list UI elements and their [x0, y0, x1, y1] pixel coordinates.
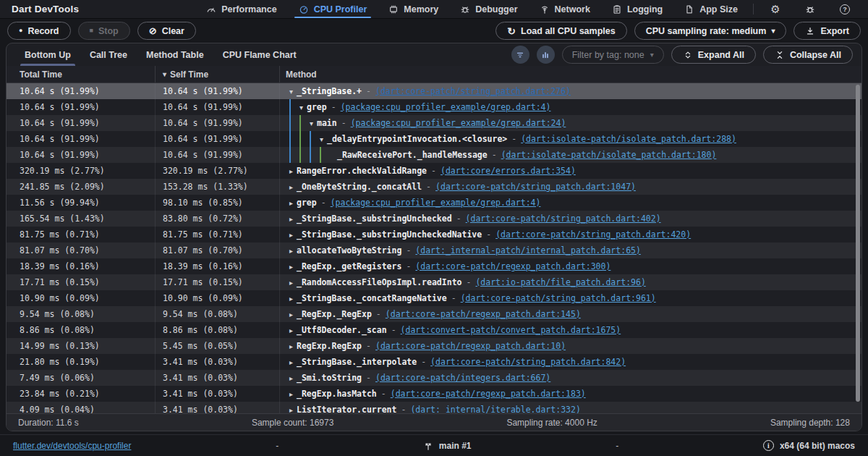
nav-tab-memory[interactable]: Memory	[378, 0, 449, 18]
display-options-button[interactable]	[511, 46, 529, 64]
collapse-caret-icon[interactable]: ▾	[306, 119, 317, 127]
source-link[interactable]: (dart:core-patch/string_patch.dart:402)	[466, 214, 661, 224]
help-button[interactable]: ?	[827, 4, 862, 14]
table-row[interactable]: 14.99 ms (0.13%)5.45 ms (0.05%)▸RegExp.R…	[7, 338, 861, 354]
table-row[interactable]: 10.64 s (91.99%)10.64 s (91.99%)_RawRece…	[7, 147, 861, 163]
source-link[interactable]: (dart:core-patch/string_patch.dart:842)	[430, 357, 626, 367]
isolate-selector[interactable]: main #1	[423, 441, 472, 451]
self-time-column-header[interactable]: ▾ Self Time	[155, 66, 279, 83]
tab-bottom-up[interactable]: Bottom Up	[15, 43, 80, 66]
expand-caret-icon[interactable]: ▸	[286, 311, 297, 318]
expand-caret-icon[interactable]: ▸	[286, 279, 297, 287]
tab-cpu-flame-chart[interactable]: CPU Flame Chart	[213, 43, 306, 66]
source-link[interactable]: (dart:convert-patch/convert_patch.dart:1…	[401, 325, 621, 335]
source-link[interactable]: (dart:_internal-patch/internal_patch.dar…	[415, 245, 641, 256]
load-all-cpu-samples-button[interactable]: ↻ Load all CPU samples	[495, 22, 626, 40]
nav-tab-network[interactable]: Network	[529, 0, 601, 18]
table-row[interactable]: 320.19 ms (2.77%)320.19 ms (2.77%)▸Range…	[7, 163, 861, 179]
source-link[interactable]: (dart:core-patch/integers.dart:667)	[375, 373, 550, 383]
tab-method-table[interactable]: Method Table	[137, 43, 213, 66]
nav-tab-cpu-profiler[interactable]: CPU Profiler	[288, 0, 378, 18]
nav-tab-app-size[interactable]: App Size	[673, 0, 749, 18]
method-column-header[interactable]: Method	[279, 66, 861, 83]
expand-caret-icon[interactable]: ▸	[286, 247, 297, 255]
table-row[interactable]: 18.39 ms (0.16%)18.39 ms (0.16%)▸_RegExp…	[7, 258, 861, 274]
source-link[interactable]: (dart:core-patch/regexp_patch.dart:145)	[386, 309, 581, 319]
method-name: grep	[307, 102, 327, 112]
source-link[interactable]: (package:cpu_profiler_example/grep.dart:…	[341, 102, 551, 112]
collapse-caret-icon[interactable]: ▾	[286, 88, 297, 96]
table-row[interactable]: 9.54 ms (0.08%)9.54 ms (0.08%)▸_RegExp._…	[7, 306, 861, 322]
collapse-caret-icon[interactable]: ▾	[296, 104, 307, 111]
table-row[interactable]: 10.64 s (91.99%)10.64 s (91.99%)▾_delayE…	[7, 131, 861, 147]
source-link[interactable]: (dart:core-patch/string_patch.dart:1047)	[435, 182, 636, 192]
clear-button[interactable]: ⊘ Clear	[137, 22, 196, 40]
table-row[interactable]: 7.49 ms (0.06%)3.41 ms (0.03%)▸_Smi.toSt…	[7, 370, 861, 386]
source-link[interactable]: (dart:_internal/iterable.dart:332)	[410, 405, 580, 413]
expand-caret-icon[interactable]: ▸	[286, 215, 297, 223]
record-button[interactable]: ● Record	[7, 22, 71, 40]
expand-all-label: Expand All	[698, 50, 744, 60]
method-separator: -	[321, 198, 326, 208]
source-link[interactable]: (dart:core-patch/regexp_patch.dart:300)	[415, 261, 610, 271]
profiler-toolbar: ● Record ■ Stop ⊘ Clear ↻ Load all CPU s…	[0, 19, 868, 43]
vertical-scrollbar[interactable]	[856, 85, 860, 402]
source-link[interactable]: (dart:core-patch/string_patch.dart:420)	[495, 229, 691, 240]
table-row[interactable]: 21.80 ms (0.19%)3.41 ms (0.03%)▸_StringB…	[7, 354, 861, 370]
documentation-link[interactable]: flutter.dev/devtools/cpu-profiler	[13, 441, 131, 451]
table-row[interactable]: 81.07 ms (0.70%)81.07 ms (0.70%)▸allocat…	[7, 242, 861, 258]
expand-caret-icon[interactable]: ▸	[286, 263, 297, 271]
expand-caret-icon[interactable]: ▸	[286, 167, 297, 175]
table-row[interactable]: 11.56 s (99.94%)98.10 ms (0.85%)▸grep-(p…	[7, 195, 861, 211]
expand-caret-icon[interactable]: ▸	[286, 406, 297, 414]
total-time-cell: 10.64 s (91.99%)	[7, 147, 155, 163]
source-link[interactable]: (dart:isolate-patch/isolate_patch.dart:2…	[521, 134, 736, 144]
collapse-all-button[interactable]: Collapse All	[763, 46, 853, 64]
settings-button[interactable]: ⚙	[758, 4, 793, 14]
source-link[interactable]: (dart:core-patch/regexp_patch.dart:10)	[375, 341, 566, 351]
source-link[interactable]: (dart:core-patch/string_patch.dart:961)	[461, 293, 656, 303]
expand-caret-icon[interactable]: ▸	[286, 199, 297, 207]
nav-tab-debugger[interactable]: Debugger	[449, 0, 528, 18]
source-link[interactable]: (package:cpu_profiler_example/grep.dart:…	[331, 198, 541, 208]
export-button[interactable]: Export	[793, 22, 861, 40]
table-row[interactable]: 8.86 ms (0.08%)8.86 ms (0.08%)▸_Utf8Deco…	[7, 322, 861, 338]
chart-options-button[interactable]	[537, 46, 555, 64]
expand-caret-icon[interactable]: ▸	[286, 231, 297, 239]
table-row[interactable]: 241.85 ms (2.09%)153.28 ms (1.33%)▸_OneB…	[7, 179, 861, 195]
stop-button[interactable]: ■ Stop	[78, 22, 130, 40]
source-link[interactable]: (dart:core-patch/string_patch.dart:276)	[375, 86, 571, 96]
table-row[interactable]: 10.64 s (91.99%)10.64 s (91.99%)▾_String…	[7, 83, 861, 99]
collapse-caret-icon[interactable]: ▾	[316, 135, 327, 143]
total-time-cell: 320.19 ms (2.77%)	[7, 163, 155, 179]
table-row[interactable]: 10.64 s (91.99%)10.64 s (91.99%)▾grep-(p…	[7, 99, 861, 115]
table-row[interactable]: 17.71 ms (0.15%)17.71 ms (0.15%)▸_Random…	[7, 274, 861, 290]
expand-caret-icon[interactable]: ▸	[286, 326, 297, 334]
expand-caret-icon[interactable]: ▸	[286, 358, 297, 366]
table-row[interactable]: 23.84 ms (0.21%)3.41 ms (0.03%)▸_RegExp.…	[7, 386, 861, 402]
expand-caret-icon[interactable]: ▸	[286, 295, 297, 303]
expand-caret-icon[interactable]: ▸	[286, 183, 297, 191]
total-time-column-header[interactable]: Total Time	[7, 66, 155, 83]
nav-tab-performance[interactable]: Performance	[195, 0, 287, 18]
cpu-sampling-rate-dropdown[interactable]: CPU sampling rate: medium ▾	[634, 22, 787, 40]
table-row[interactable]: 81.75 ms (0.71%)81.75 ms (0.71%)▸_String…	[7, 227, 861, 242]
table-row[interactable]: 4.09 ms (0.04%)3.41 ms (0.03%)▸ListItera…	[7, 402, 861, 413]
nav-tab-logging[interactable]: Logging	[601, 0, 673, 18]
source-link[interactable]: (dart:isolate-patch/isolate_patch.dart:1…	[501, 150, 717, 160]
tab-call-tree[interactable]: Call Tree	[80, 43, 137, 66]
source-link[interactable]: (dart:io-patch/file_patch.dart:96)	[475, 277, 645, 287]
expand-caret-icon[interactable]: ▸	[286, 342, 297, 350]
expand-caret-icon[interactable]: ▸	[286, 374, 297, 382]
self-time-cell: 17.71 ms (0.15%)	[155, 274, 279, 290]
source-link[interactable]: (dart:core/errors.dart:354)	[441, 166, 576, 176]
expand-all-button[interactable]: Expand All	[671, 46, 756, 64]
report-bug-button[interactable]	[793, 4, 827, 14]
expand-caret-icon[interactable]: ▸	[286, 390, 297, 398]
table-row[interactable]: 10.90 ms (0.09%)10.90 ms (0.09%)▸_String…	[7, 290, 861, 306]
filter-by-tag-dropdown[interactable]: Filter by tag: none ▾	[562, 46, 664, 64]
source-link[interactable]: (package:cpu_profiler_example/grep.dart:…	[351, 118, 566, 128]
table-row[interactable]: 165.54 ms (1.43%)83.80 ms (0.72%)▸_Strin…	[7, 211, 861, 227]
source-link[interactable]: (dart:core-patch/regexp_patch.dart:183)	[391, 389, 586, 399]
table-row[interactable]: 10.64 s (91.99%)10.64 s (91.99%)▾main-(p…	[7, 115, 861, 131]
